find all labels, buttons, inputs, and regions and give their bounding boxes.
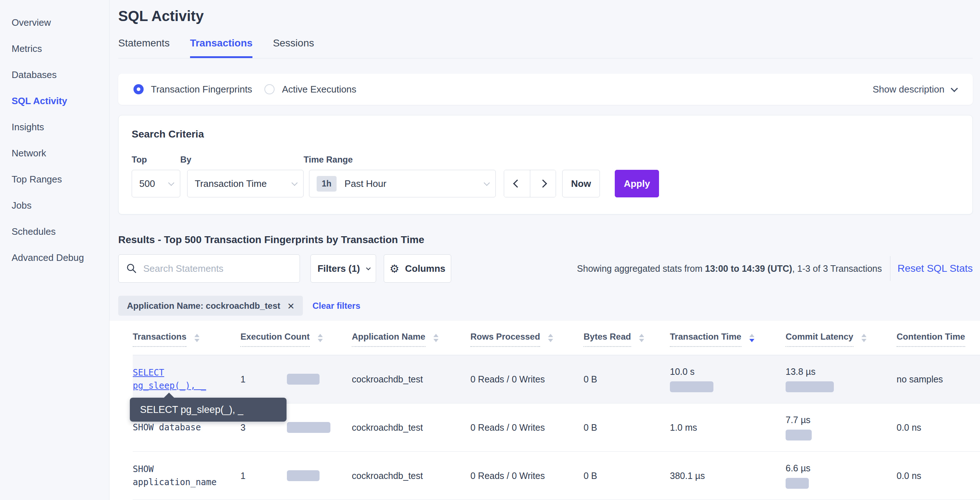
- transaction-fingerprint-link[interactable]: SHOW database: [133, 421, 201, 434]
- by-field: By Transaction Time: [180, 154, 304, 197]
- column-header-rows-processed[interactable]: Rows Processed: [471, 332, 584, 355]
- transaction-fingerprint-link[interactable]: SHOW application_name: [133, 463, 223, 489]
- transaction-time-value: 380.1 µs: [670, 471, 705, 481]
- sidebar-item-overview[interactable]: Overview: [0, 10, 109, 35]
- statement-tooltip: SELECT pg_sleep(_), _: [130, 398, 286, 422]
- next-time-button[interactable]: [530, 170, 556, 197]
- contention-time-value: no samples: [897, 374, 980, 385]
- radio-active-executions[interactable]: Active Executions: [264, 84, 356, 95]
- execution-count-bar: [287, 470, 320, 481]
- transaction-time-bar: [670, 381, 713, 392]
- commit-latency-bar: [786, 381, 834, 392]
- column-header-execution-count[interactable]: Execution Count: [240, 332, 352, 355]
- radio-selected-icon: [134, 84, 144, 94]
- by-select[interactable]: Transaction Time: [187, 170, 304, 197]
- app-window: Overview Metrics Databases SQL Activity …: [0, 0, 980, 500]
- column-header-bytes-read[interactable]: Bytes Read: [584, 332, 670, 355]
- bytes-read-value: 0 B: [584, 471, 670, 481]
- results-controls: Filters (1) ⚙ Columns Showing aggregated…: [118, 254, 973, 283]
- execution-count-value: 3: [240, 422, 287, 433]
- column-header-application-name[interactable]: Application Name: [352, 332, 471, 355]
- aggregated-stats-text: Showing aggregated stats from 13:00 to 1…: [577, 263, 882, 274]
- reset-sql-stats-link[interactable]: Reset SQL Stats: [898, 263, 973, 274]
- execution-count-value: 1: [240, 374, 287, 385]
- tab-statements[interactable]: Statements: [118, 37, 170, 58]
- sort-icon: [639, 334, 644, 342]
- top-field: Top 500: [132, 154, 180, 197]
- top-select[interactable]: 500: [132, 170, 180, 197]
- tab-bar: Statements Transactions Sessions: [118, 37, 973, 59]
- commit-latency-value: 6.6 µs: [786, 463, 811, 473]
- apply-button[interactable]: Apply: [615, 170, 659, 197]
- sidebar-item-network[interactable]: Network: [0, 140, 109, 166]
- sidebar-item-databases[interactable]: Databases: [0, 62, 109, 88]
- search-icon: [126, 263, 137, 274]
- now-button[interactable]: Now: [562, 170, 600, 197]
- by-select-value: Transaction Time: [195, 178, 267, 189]
- chevron-right-icon: [539, 180, 547, 188]
- sidebar-item-insights[interactable]: Insights: [0, 114, 109, 140]
- filter-chip-label: Application Name: cockroachdb_test: [127, 301, 280, 311]
- commit-latency-bar: [786, 430, 812, 441]
- contention-time-value: 0.0 ns: [897, 471, 980, 481]
- column-header-contention-time[interactable]: Contention Time: [897, 332, 980, 355]
- application-name-value: cockroachdb_test: [352, 422, 471, 433]
- sort-icon: [548, 334, 553, 342]
- chevron-down-icon: [951, 85, 958, 92]
- sidebar-item-jobs[interactable]: Jobs: [0, 192, 109, 218]
- sidebar-item-advanced-debug[interactable]: Advanced Debug: [0, 245, 109, 271]
- columns-button[interactable]: ⚙ Columns: [384, 254, 451, 283]
- column-header-transaction-time[interactable]: Transaction Time: [670, 332, 786, 355]
- radio-transaction-fingerprints[interactable]: Transaction Fingerprints: [134, 84, 252, 95]
- show-description-label: Show description: [873, 84, 945, 95]
- top-label: Top: [132, 154, 180, 165]
- sidebar-item-top-ranges[interactable]: Top Ranges: [0, 166, 109, 192]
- transaction-fingerprint-link[interactable]: SELECT pg_sleep(_), _: [133, 366, 220, 392]
- time-range-value: Past Hour: [345, 178, 387, 189]
- commit-latency-value: 7.7 µs: [786, 415, 811, 425]
- by-label: By: [180, 154, 304, 165]
- time-range-select[interactable]: 1h Past Hour: [309, 170, 496, 197]
- column-header-commit-latency[interactable]: Commit Latency: [786, 332, 897, 355]
- divider: [890, 256, 891, 281]
- page-title: SQL Activity: [118, 8, 973, 24]
- column-header-transactions[interactable]: Transactions: [133, 332, 240, 355]
- prev-time-button[interactable]: [504, 170, 530, 197]
- top-select-value: 500: [139, 178, 155, 189]
- close-icon[interactable]: ×: [288, 300, 294, 312]
- search-criteria-card: Search Criteria Top 500 By Transaction T…: [118, 115, 973, 215]
- search-input[interactable]: [143, 263, 292, 274]
- chevron-left-icon: [513, 180, 521, 188]
- rows-processed-value: 0 Reads / 0 Writes: [471, 471, 584, 481]
- execution-count-value: 1: [240, 471, 287, 481]
- sidebar-item-sql-activity[interactable]: SQL Activity: [0, 88, 109, 114]
- sort-icon: [861, 334, 867, 342]
- sort-icon: [318, 334, 323, 342]
- rows-processed-value: 0 Reads / 0 Writes: [471, 422, 584, 433]
- sidebar-item-metrics[interactable]: Metrics: [0, 35, 109, 62]
- radio-unselected-icon: [264, 84, 275, 94]
- sidebar-item-schedules[interactable]: Schedules: [0, 218, 109, 245]
- clear-filters-link[interactable]: Clear filters: [312, 301, 360, 311]
- chevron-down-icon: [484, 180, 490, 186]
- tab-sessions[interactable]: Sessions: [273, 37, 314, 58]
- commit-latency-bar: [786, 478, 809, 489]
- time-range-label: Time Range: [304, 154, 496, 165]
- search-criteria-fields: Top 500 By Transaction Time Time Range: [132, 154, 959, 197]
- table-header-row: Transactions Execution Count Application…: [133, 332, 980, 355]
- chevron-down-icon: [168, 180, 175, 186]
- sidebar: Overview Metrics Databases SQL Activity …: [0, 0, 110, 500]
- radio-label: Transaction Fingerprints: [151, 84, 252, 95]
- filter-chip-row: Application Name: cockroachdb_test × Cle…: [118, 296, 973, 316]
- execution-count-bar: [287, 374, 320, 385]
- tab-transactions[interactable]: Transactions: [190, 37, 253, 58]
- show-description-toggle[interactable]: Show description: [873, 84, 956, 95]
- sort-icon: [194, 334, 199, 342]
- radio-label: Active Executions: [282, 84, 356, 95]
- chevron-down-icon: [366, 266, 371, 270]
- bytes-read-value: 0 B: [584, 374, 670, 385]
- columns-label: Columns: [405, 263, 445, 274]
- time-pager: [504, 170, 556, 197]
- main-content: SQL Activity Statements Transactions Ses…: [110, 0, 980, 500]
- filters-button[interactable]: Filters (1): [310, 254, 376, 283]
